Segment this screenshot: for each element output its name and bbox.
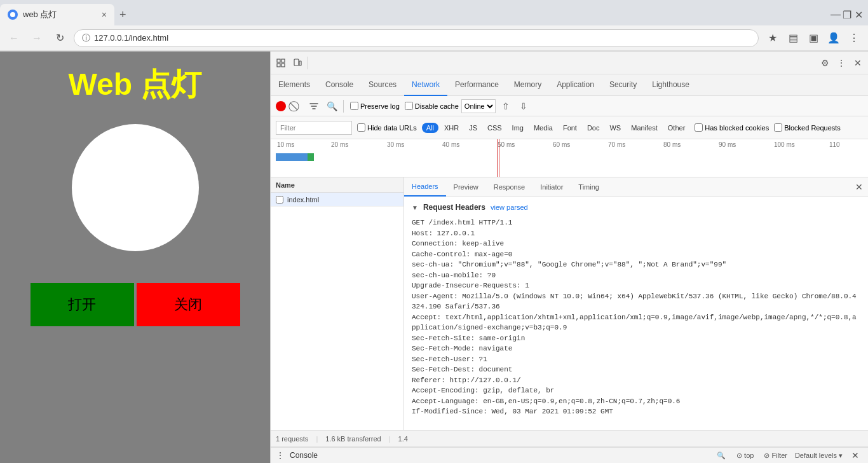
menu-button[interactable]: ⋮: [845, 29, 863, 47]
address-text: 127.0.0.1/index.html: [94, 33, 750, 43]
clear-button[interactable]: ⃠: [288, 99, 304, 114]
blocked-requests-label[interactable]: Blocked Requests: [774, 123, 841, 132]
header-line: Sec-Fetch-Mode: navigate: [412, 343, 860, 354]
header-line: sec-ch-ua-mobile: ?0: [412, 270, 860, 281]
header-line: Accept: text/html,application/xhtml+xml,…: [412, 312, 860, 333]
throttle-select[interactable]: Online: [461, 99, 496, 113]
svg-rect-1: [281, 59, 285, 62]
preserve-log-checkbox[interactable]: [350, 102, 358, 110]
resource-size: 1.4: [398, 435, 408, 443]
filter-input[interactable]: [276, 121, 352, 135]
timeline-bar-green: [308, 153, 314, 161]
hide-data-urls-checkbox[interactable]: [357, 123, 365, 132]
filter-font-btn[interactable]: Font: [559, 123, 581, 133]
tab-network[interactable]: Network: [404, 74, 447, 96]
puzzle-button[interactable]: ▣: [804, 29, 822, 47]
tab-application[interactable]: Application: [549, 74, 602, 96]
filter-xhr-btn[interactable]: XHR: [440, 123, 463, 133]
blocked-requests-checkbox[interactable]: [774, 123, 782, 132]
record-button[interactable]: [276, 101, 286, 111]
detail-tabs: Headers Preview Response Initiator Timin…: [404, 177, 868, 197]
search-button[interactable]: 🔍: [324, 99, 339, 114]
tab-elements[interactable]: Elements: [271, 74, 318, 96]
collapse-icon[interactable]: ▼: [412, 203, 418, 213]
request-detail-panel: Headers Preview Response Initiator Timin…: [404, 177, 868, 430]
detail-tab-timing[interactable]: Timing: [571, 177, 607, 197]
tl-label-30ms: 30 ms: [387, 141, 404, 148]
console-filter-btn[interactable]: 🔍: [714, 448, 729, 463]
minimize-button[interactable]: —: [831, 10, 840, 19]
filter-media-btn[interactable]: Media: [529, 123, 557, 133]
tab-console[interactable]: Console: [318, 74, 361, 96]
preserve-log-label[interactable]: Preserve log: [350, 102, 400, 110]
devtools-more-button[interactable]: ⋮: [834, 55, 849, 71]
back-button[interactable]: ←: [5, 29, 23, 47]
forward-button[interactable]: →: [28, 29, 46, 47]
tab-security[interactable]: Security: [602, 74, 644, 96]
nav-bar: ← → ↻ ⓘ 127.0.0.1/index.html ★ ▤ ▣ 👤 ⋮: [0, 25, 868, 51]
filter-all-btn[interactable]: All: [422, 123, 438, 133]
has-blocked-cookies-checkbox[interactable]: [695, 123, 703, 132]
header-line: Cache-Control: max-age=0: [412, 249, 860, 260]
tab-memory[interactable]: Memory: [506, 74, 549, 96]
profile-button[interactable]: 👤: [825, 29, 843, 47]
filter-js-btn[interactable]: JS: [465, 123, 482, 133]
disable-cache-checkbox[interactable]: [405, 102, 413, 110]
row-checkbox[interactable]: [276, 196, 283, 204]
request-headers-title: Request Headers: [423, 202, 485, 214]
filter-toggle-button[interactable]: [306, 99, 322, 114]
disable-cache-label[interactable]: Disable cache: [405, 102, 459, 110]
maximize-button[interactable]: ❐: [843, 10, 851, 19]
header-line: Sec-Fetch-User: ?1: [412, 354, 860, 365]
active-tab[interactable]: web 点灯 ×: [0, 4, 114, 25]
tab-close-btn[interactable]: ×: [102, 10, 107, 20]
row-filename: index.html: [287, 196, 319, 204]
bookmark-button[interactable]: ★: [764, 29, 782, 47]
tab-performance[interactable]: Performance: [447, 74, 506, 96]
light-circle: [72, 124, 199, 251]
console-label[interactable]: Console: [290, 451, 318, 460]
turn-off-button[interactable]: 关闭: [137, 283, 240, 326]
new-tab-button[interactable]: +: [114, 8, 132, 22]
console-top-btn: ⊙ top: [736, 452, 754, 460]
devtools-settings-button[interactable]: ⚙: [817, 55, 832, 71]
header-line: Host: 127.0.0.1: [412, 228, 860, 239]
detail-tab-preview[interactable]: Preview: [446, 177, 486, 197]
address-bar[interactable]: ⓘ 127.0.0.1/index.html: [74, 29, 759, 47]
export-button[interactable]: ⇩: [516, 99, 531, 114]
filter-css-btn[interactable]: CSS: [483, 123, 506, 133]
has-blocked-cookies-label[interactable]: Has blocked cookies: [695, 123, 769, 132]
reload-button[interactable]: ↻: [51, 29, 69, 47]
close-window-button[interactable]: ✕: [854, 10, 863, 19]
header-line: Accept-Encoding: gzip, deflate, br: [412, 385, 860, 396]
network-list-row[interactable]: index.html: [271, 193, 403, 207]
network-table-container: Name index.html Headers Preview Response…: [271, 177, 868, 430]
filter-ws-btn[interactable]: WS: [605, 123, 625, 133]
tab-lighthouse[interactable]: Lighthouse: [644, 74, 697, 96]
filter-doc-btn[interactable]: Doc: [583, 123, 604, 133]
request-headers-section-header: ▼ Request Headers view parsed: [412, 202, 860, 214]
view-parsed-link[interactable]: view parsed: [491, 202, 528, 214]
inspect-element-button[interactable]: [273, 55, 288, 71]
tl-label-110: 110: [829, 141, 840, 148]
filter-img-btn[interactable]: Img: [508, 123, 528, 133]
filter-other-btn[interactable]: Other: [663, 123, 690, 133]
devtools-close-button[interactable]: ✕: [850, 55, 865, 71]
import-button[interactable]: ⇧: [498, 99, 513, 114]
detail-close-button[interactable]: ✕: [850, 182, 868, 192]
extension-button[interactable]: ▤: [784, 29, 802, 47]
hide-data-urls-label[interactable]: Hide data URLs: [357, 123, 417, 132]
toolbar-separator: [308, 57, 308, 69]
detail-tab-response[interactable]: Response: [486, 177, 533, 197]
tab-sources[interactable]: Sources: [361, 74, 404, 96]
window-controls: — ❐ ✕: [831, 10, 868, 19]
header-line: GET /index.html HTTP/1.1: [412, 218, 860, 228]
device-toggle-button[interactable]: [290, 55, 305, 71]
detail-tab-initiator[interactable]: Initiator: [532, 177, 571, 197]
network-toolbar-sep: [343, 100, 344, 113]
console-close-button[interactable]: ✕: [848, 448, 863, 463]
turn-on-button[interactable]: 打开: [31, 283, 134, 326]
network-timeline: 10 ms 20 ms 30 ms 40 ms 50 ms 60 ms 70 m…: [271, 139, 868, 177]
filter-manifest-btn[interactable]: Manifest: [627, 123, 662, 133]
detail-tab-headers[interactable]: Headers: [404, 177, 446, 197]
